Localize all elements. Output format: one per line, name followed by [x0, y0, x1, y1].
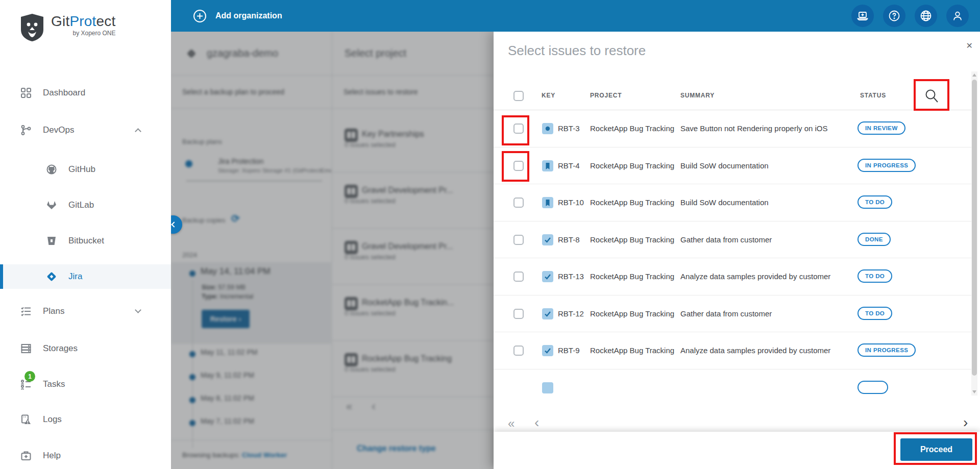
git-branch-icon — [20, 125, 32, 136]
status-badge — [857, 381, 888, 394]
agents-button[interactable] — [851, 5, 874, 27]
task-icon — [542, 271, 553, 282]
sidebar-item-label: DevOps — [43, 125, 74, 135]
sidebar-item-label: Jira — [68, 271, 82, 282]
modal-title: Select issues to restore — [508, 43, 646, 59]
sidebar-item-jira[interactable]: Jira — [0, 264, 171, 289]
task-icon — [542, 308, 553, 319]
sidebar-item-logs[interactable]: Logs — [0, 407, 171, 432]
status-badge: IN REVIEW — [857, 121, 905, 135]
pagination-next-button[interactable]: › — [963, 415, 968, 430]
column-header-summary: SUMMARY — [680, 92, 715, 99]
table-row[interactable]: RBT-4 RocketApp Bug Tracking Build SoW d… — [494, 147, 971, 185]
issues-table-body: RBT-3 RocketApp Bug Tracking Save Button… — [494, 110, 971, 396]
storages-icon — [20, 343, 32, 354]
sidebar-item-label: GitLab — [68, 200, 94, 210]
modal-backdrop — [171, 32, 494, 469]
sidebar-item-plans[interactable]: Plans — [0, 299, 171, 324]
select-issues-modal: ✕ Select issues to restore KEY PROJECT S… — [494, 32, 980, 469]
task-icon — [542, 382, 553, 393]
bug-icon — [542, 123, 553, 134]
status-badge: TO DO — [857, 307, 892, 320]
issues-table-header: KEY PROJECT SUMMARY STATUS — [494, 82, 971, 110]
sidebar-item-github[interactable]: GitHub — [0, 157, 171, 182]
person-icon — [951, 10, 964, 22]
laptop-plus-icon — [856, 10, 869, 22]
brand-name: GitProtect — [51, 13, 116, 30]
topbar-icons — [851, 5, 969, 27]
table-row-partial — [494, 369, 971, 396]
sidebar-item-label: Plans — [43, 306, 65, 316]
search-icon[interactable] — [924, 88, 939, 104]
task-icon — [542, 345, 553, 356]
story-icon — [542, 160, 553, 171]
language-button[interactable] — [915, 5, 937, 27]
help-button[interactable] — [883, 5, 905, 27]
table-row[interactable]: RBT-12 RocketApp Bug Tracking Gather dat… — [494, 295, 971, 333]
status-badge: DONE — [857, 233, 891, 246]
row-checkbox[interactable] — [513, 124, 524, 134]
sidebar-item-help[interactable]: Help — [0, 443, 171, 468]
sidebar: GitProtect by Xopero ONE Dashboard DevOp… — [0, 0, 171, 469]
sidebar-item-bitbucket[interactable]: Bitbucket — [0, 229, 171, 253]
pagination-previous-button[interactable]: ‹ — [534, 415, 539, 430]
dashboard-icon — [20, 87, 32, 98]
sidebar-item-label: GitHub — [68, 164, 95, 175]
table-scrollbar[interactable] — [971, 71, 977, 396]
plus-circle-icon — [193, 9, 207, 23]
proceed-button[interactable]: Proceed — [900, 438, 972, 461]
sidebar-item-storages[interactable]: Storages — [0, 336, 171, 361]
gitlab-icon — [46, 200, 57, 211]
add-organization-button[interactable]: Add organization — [193, 0, 282, 32]
globe-icon — [920, 10, 932, 22]
row-checkbox[interactable] — [513, 309, 524, 319]
plans-checklist-icon — [20, 306, 32, 317]
sidebar-item-label: Dashboard — [43, 88, 85, 98]
row-checkbox[interactable] — [513, 198, 524, 208]
account-button[interactable] — [946, 5, 969, 27]
dimmed-background: gzagraba-demo Select a backup plan to pr… — [171, 32, 494, 469]
bitbucket-icon — [46, 235, 57, 246]
sidebar-item-tasks[interactable]: 1 Tasks — [0, 372, 171, 397]
row-checkbox[interactable] — [513, 161, 524, 171]
column-header-project: PROJECT — [590, 92, 622, 99]
table-row[interactable]: RBT-10 RocketApp Bug Tracking Build SoW … — [494, 184, 971, 221]
sidebar-item-label: Help — [43, 451, 61, 461]
task-icon — [542, 234, 553, 245]
modal-footer: Proceed — [494, 432, 980, 469]
select-all-checkbox[interactable] — [513, 91, 524, 101]
row-checkbox[interactable] — [513, 345, 524, 356]
chevron-down-icon — [135, 307, 141, 313]
column-header-key: KEY — [542, 92, 555, 99]
status-badge: IN PROGRESS — [857, 343, 916, 357]
question-circle-icon — [888, 10, 900, 22]
sidebar-item-devops[interactable]: DevOps — [0, 118, 171, 142]
row-checkbox[interactable] — [513, 235, 524, 245]
row-checkbox[interactable] — [513, 271, 524, 282]
app-logo: GitProtect by Xopero ONE — [19, 13, 116, 42]
close-icon[interactable]: ✕ — [966, 41, 973, 51]
table-row[interactable]: RBT-3 RocketApp Bug Tracking Save Button… — [494, 110, 971, 147]
status-badge: TO DO — [857, 195, 892, 209]
github-icon — [46, 164, 57, 175]
gitprotect-shield-icon — [19, 13, 45, 42]
jira-icon — [46, 271, 57, 282]
scrollbar-thumb[interactable] — [972, 80, 977, 376]
sidebar-item-dashboard[interactable]: Dashboard — [0, 81, 171, 105]
scroll-up-arrow[interactable] — [972, 73, 976, 77]
sidebar-item-label: Tasks — [43, 379, 65, 389]
chevron-up-icon — [135, 128, 141, 135]
table-row[interactable]: RBT-8 RocketApp Bug Tracking Gather data… — [494, 221, 971, 259]
brand-tagline: by Xopero ONE — [51, 30, 116, 37]
sidebar-item-gitlab[interactable]: GitLab — [0, 193, 171, 217]
add-organization-label: Add organization — [215, 11, 282, 20]
table-row[interactable]: RBT-13 RocketApp Bug Tracking Analyze da… — [494, 258, 971, 295]
column-header-status: STATUS — [860, 92, 886, 99]
chevron-left-icon — [171, 221, 177, 227]
table-row[interactable]: RBT-9 RocketApp Bug Tracking Analyze dat… — [494, 332, 971, 369]
scroll-down-arrow[interactable] — [972, 390, 976, 393]
tasks-count-badge: 1 — [24, 371, 35, 382]
topbar: Add organization — [171, 0, 980, 32]
sidebar-item-label: Storages — [43, 343, 78, 354]
pagination-first-button[interactable]: « — [508, 417, 514, 430]
